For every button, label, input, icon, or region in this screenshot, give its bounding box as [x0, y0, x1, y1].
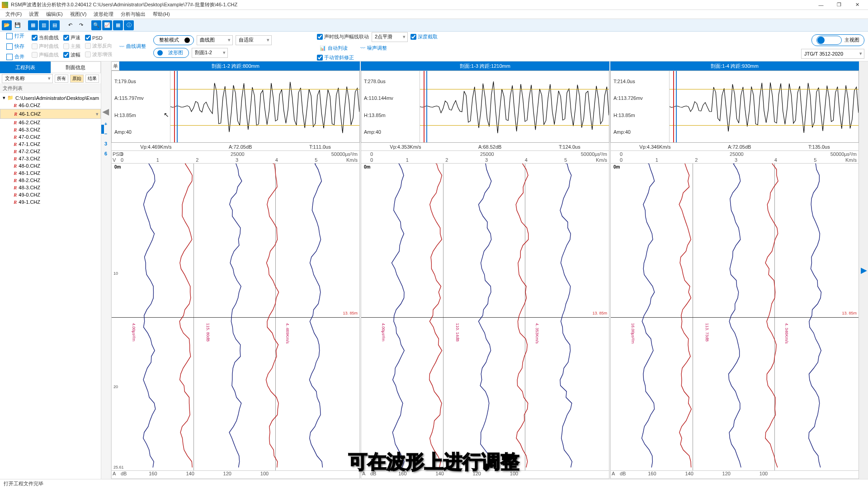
depth-chart[interactable]: 0m 13. 85m 16.00μs²/m 113. 73dB 4. 346Km… [610, 164, 859, 471]
section-select[interactable]: 剖面1-2 [192, 48, 228, 58]
gutter-six[interactable]: 6 [104, 151, 107, 156]
folder-icon: 📁 [7, 95, 14, 101]
bottom-axis: A dB 160 140 120 100 [111, 471, 360, 479]
depth-cut-check[interactable]: 深度截取 [410, 33, 438, 40]
wave-enhance-check[interactable]: 波形增强 [85, 51, 112, 58]
panel-header: 剖面:1-3 跨距:1210mm [361, 61, 609, 70]
waveform-chart[interactable]: T:278.0usA:110.144mvH:13.85mAmp:40 [361, 70, 609, 143]
file-item[interactable]: R46-1.CHZ [0, 109, 101, 119]
maximize-button[interactable]: ❐ [830, 0, 848, 9]
tool-redo-icon[interactable]: ↷ [76, 20, 86, 30]
adaptive-select[interactable]: 自适应 [236, 35, 272, 45]
menu-edit[interactable]: 编辑(E) [42, 11, 66, 18]
axis-row: 0 25000 50000μs²/m 0 1 2 3 4 5 Km/s [610, 151, 859, 164]
tool-chart3-icon[interactable]: ▤ [50, 20, 60, 30]
amp-curve-check[interactable]: 声幅曲线 [32, 52, 59, 58]
nav-right-icon[interactable]: ▶ [860, 61, 868, 479]
file-item[interactable]: R46-2.CHZ [0, 119, 101, 126]
main-view-toggle[interactable]: 主视图 [811, 34, 864, 46]
depth-chart[interactable]: 0m 102025.61 13. 85m 4.00μs²/m 115. 80dB… [111, 164, 360, 471]
close-button[interactable]: ✕ [848, 0, 866, 9]
file-icon: R [14, 141, 17, 147]
gutter-minus[interactable]: − [104, 131, 107, 136]
auto-judge-button[interactable]: 📊自动判读 [317, 44, 350, 52]
nav-left-icon[interactable]: ◀ [103, 107, 109, 117]
noise-adjust-button[interactable]: 〰噪声调整 [358, 44, 390, 52]
gutter-plus[interactable]: + [104, 121, 107, 127]
metrics-row: Vp:4.353Km/sA:68.52dBT:124.0us [361, 143, 609, 151]
chart-type-select[interactable]: 曲线图 [197, 35, 233, 45]
tool-grid-icon[interactable]: ▦ [113, 20, 123, 30]
file-item[interactable]: R47-3.CHZ [0, 155, 101, 162]
file-item[interactable]: R49-1.CHZ [0, 198, 101, 206]
main-freq-check[interactable]: 主频 [63, 43, 80, 50]
file-item[interactable]: R48-0.CHZ [0, 162, 101, 169]
sound-speed-check[interactable]: 声速 [63, 34, 80, 41]
menu-waveform[interactable]: 波形处理 [90, 11, 117, 18]
merge-button[interactable]: 合并 [4, 52, 27, 61]
file-item[interactable]: R47-1.CHZ [0, 141, 101, 148]
file-item[interactable]: R48-1.CHZ [0, 169, 101, 177]
left-gutter: ◀ + − 3 6 [101, 61, 110, 479]
file-item[interactable]: R48-3.CHZ [0, 184, 101, 191]
file-item[interactable]: R47-0.CHZ [0, 133, 101, 141]
wave-chart-toggle[interactable]: 波形图 [153, 48, 189, 58]
file-icon: R [14, 170, 17, 176]
linkage-check[interactable]: 声时线与声幅线联动 [317, 33, 369, 40]
file-icon: R [14, 111, 17, 117]
menu-view[interactable]: 视图(V) [66, 11, 90, 18]
waveform-chart[interactable]: T:179.0usA:115.797mvH:13.85mAmp:40 [111, 70, 360, 143]
curve-adjust-button[interactable]: 〰曲线调整 [117, 42, 149, 51]
quicksave-button[interactable]: 快存 [4, 42, 27, 51]
file-item[interactable]: R49-0.CHZ [0, 191, 101, 198]
wave-info: T:214.0usA:113.726mvH:13.85mAmp:40 [611, 71, 670, 142]
menu-analysis[interactable]: 分析与输出 [117, 11, 149, 18]
minimize-button[interactable]: — [812, 0, 830, 9]
tab-section-info[interactable]: 剖面信息 [51, 61, 101, 73]
filter-result[interactable]: 结果 [85, 75, 99, 83]
file-icon: R [14, 178, 17, 183]
menu-file[interactable]: 文件(F) [2, 11, 25, 18]
file-item[interactable]: R46-3.CHZ [0, 126, 101, 133]
file-item[interactable]: R46-0.CHZ [0, 102, 101, 109]
sidebar: 工程列表 剖面信息 文件名称 所有 原始 结果 文件列表 ▾ 📁 C:\User… [0, 61, 101, 479]
pile-mode-toggle[interactable]: 整桩模式 [153, 35, 194, 45]
smooth-select[interactable]: 2点平滑 [372, 32, 408, 42]
tool-zoom-icon[interactable]: 🔍 [91, 20, 101, 30]
open-button[interactable]: 打开 [4, 32, 27, 40]
corner-label: 单 [111, 61, 119, 70]
tool-undo-icon[interactable]: ↶ [65, 20, 75, 30]
depth-chart[interactable]: 0m 13. 85m 4.00μs²/m 110. 14dB 4. 353Km/… [361, 164, 609, 471]
waveform-chart[interactable]: T:214.0usA:113.726mvH:13.85mAmp:40 [610, 70, 859, 143]
file-icon: R [14, 103, 17, 108]
metrics-row: Vp:4.346Km/sA:72.05dBT:135.0us [610, 143, 859, 151]
tool-open-icon[interactable]: 📂 [2, 20, 12, 30]
standard-select[interactable]: JTG/T 3512-2020 [801, 49, 864, 59]
menu-help[interactable]: 帮助(H) [149, 11, 173, 18]
file-icon: R [14, 127, 17, 132]
panel-header: 单 剖面:1-2 跨距:800mm [111, 61, 360, 70]
file-icon: R [14, 120, 17, 125]
filter-all[interactable]: 所有 [55, 75, 68, 83]
current-curve-check[interactable]: 当前曲线 [32, 34, 59, 41]
subtitle-overlay: 可在波形上进行调整 [349, 449, 519, 474]
tool-info-icon[interactable]: ⓘ [124, 20, 134, 30]
time-curve-check[interactable]: 声时曲线 [32, 43, 59, 50]
manual-tilt-check[interactable]: 手动管斜修正 [317, 54, 438, 61]
file-item[interactable]: R47-2.CHZ [0, 148, 101, 155]
tool-ruler-icon[interactable]: 📈 [102, 20, 112, 30]
tool-chart1-icon[interactable]: ▦ [28, 20, 38, 30]
tab-project-list[interactable]: 工程列表 [0, 61, 51, 73]
psd-check[interactable]: PSD [85, 35, 112, 41]
tree-folder[interactable]: ▾ 📁 C:\Users\Administrator\Desktop\Exam [0, 94, 101, 102]
menu-settings[interactable]: 设置 [25, 11, 42, 18]
wave-info: T:179.0usA:115.797mvH:13.85mAmp:40 [112, 71, 170, 142]
file-item[interactable]: R48-2.CHZ [0, 177, 101, 184]
wave-amp-check[interactable]: 波幅 [63, 52, 80, 58]
filename-filter-select[interactable]: 文件名称 [2, 74, 53, 83]
tool-save-icon[interactable]: 💾 [13, 20, 23, 30]
filter-original[interactable]: 原始 [70, 75, 84, 83]
tool-chart2-icon[interactable]: ▥ [39, 20, 49, 30]
gutter-three[interactable]: 3 [104, 141, 107, 146]
wave-reverse-check[interactable]: 波形反向 [85, 42, 112, 49]
